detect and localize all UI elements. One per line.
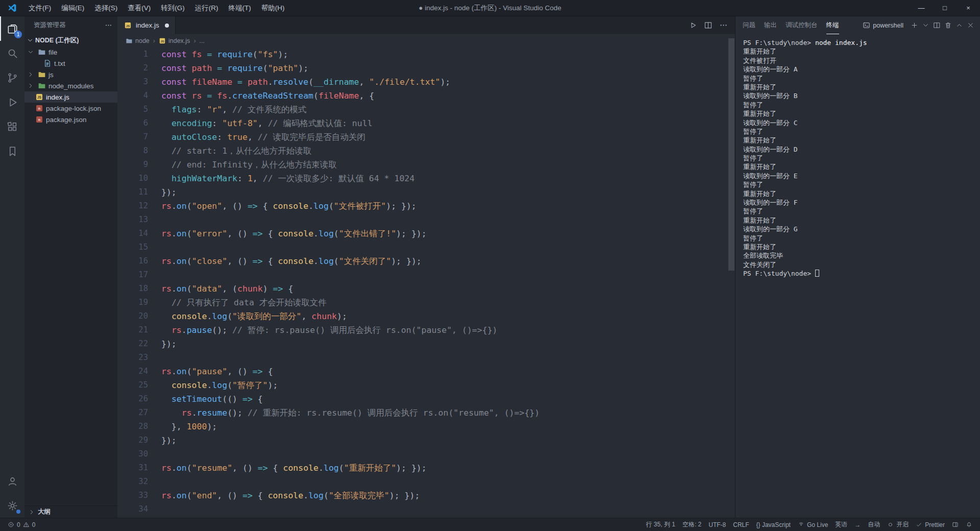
code-line[interactable]: 5 flags: "r", // 文件系统的模式 [117,103,735,116]
activity-source-control-button[interactable] [0,65,24,90]
code-line[interactable]: 26 setTimeout(() => { [117,392,735,406]
split-editor-button[interactable] [701,19,715,32]
activity-run-and-debug-button[interactable] [0,90,24,114]
code-line[interactable]: 19 // 只有执行了 data 才会开始读取文件 [117,296,735,309]
terminal-profile[interactable]: powershell [863,21,903,29]
tab-output[interactable]: 输出 [764,16,777,34]
code-line[interactable]: 22}); [117,337,735,351]
code-line[interactable]: 12rs.on("open", () => { console.log("文件被… [117,199,735,213]
menu-item[interactable]: 查看(V) [122,0,156,16]
activity-manage-button[interactable] [0,493,24,518]
code-line[interactable]: 9 // end: Infinity，从什么地方结束读取 [117,158,735,172]
code-line[interactable]: 1const fs = require("fs"); [117,47,735,61]
breadcrumb-item[interactable]: ... [200,37,205,44]
menu-item[interactable]: 编辑(E) [56,0,89,16]
menu-item[interactable]: 选择(S) [89,0,122,16]
status-editor-layout[interactable] [948,521,962,528]
menu-item[interactable]: 终端(T) [224,0,256,16]
maximize-button[interactable]: □ [933,0,957,16]
more-actions-button[interactable] [717,19,730,32]
status-notifications[interactable] [962,521,976,528]
code-line[interactable]: 10 highWaterMark: 1, // 一次读取多少: 默认值 64 *… [117,172,735,185]
code-line[interactable]: 33rs.on("end", () => { console.log("全部读取… [117,489,735,502]
tree-item-index-js[interactable]: JSindex.js [24,91,117,103]
activity-explorer-button[interactable]: 1 [0,16,24,41]
code-line[interactable]: 8 // start: 1，从什么地方开始读取 [117,144,735,158]
code-line[interactable]: 7 autoClose: true, // 读取完毕后是否自动关闭 [117,130,735,144]
status-translate-source[interactable]: 英语 [831,520,851,529]
run-code-button[interactable] [686,19,699,32]
code-line[interactable]: 4const rs = fs.createReadStream(fileName… [117,89,735,103]
code-line[interactable]: 23 [117,351,735,365]
status-encoding[interactable]: UTF-8 [705,521,729,528]
editor-scrollbar[interactable] [728,34,735,518]
code-line[interactable]: 30 [117,447,735,461]
minimize-button[interactable]: — [910,0,933,16]
tree-item-file[interactable]: file [24,46,117,58]
code-line[interactable]: 14rs.on("error", () => { console.log("文件… [117,227,735,240]
status-translate-target[interactable]: 自动 [864,520,884,529]
code-line[interactable]: 27 rs.resume(); // 重新开始: rs.resume() 调用后… [117,406,735,420]
status-translate-arrow[interactable]: → [851,521,864,528]
tab-index-js[interactable]: JS index.js [117,16,176,34]
activity-accounts-button[interactable] [0,469,24,493]
menu-item[interactable]: 运行(R) [190,0,224,16]
workspace-section-header[interactable]: NODE (工作区) [24,34,117,46]
code-line[interactable]: 21 rs.pause(); // 暂停: rs.pause() 调用后会执行 … [117,323,735,337]
code-line[interactable]: 11}); [117,185,735,199]
code-line[interactable]: 20 console.log("读取到的一部分", chunk); [117,309,735,323]
problems-status[interactable]: 00 [4,518,39,531]
status-prettier[interactable]: Prettier [912,521,948,528]
code-line[interactable]: 13 [117,213,735,227]
menu-item[interactable]: 文件(F) [23,0,56,16]
code-line[interactable]: 15 [117,240,735,254]
tab-problems[interactable]: 问题 [743,16,755,34]
breadcrumb-item[interactable]: JSindex.js [159,37,190,44]
code-line[interactable]: 2const path = require("path"); [117,61,735,75]
maximize-panel-button[interactable] [953,20,965,31]
tab-debug-console[interactable]: 调试控制台 [786,16,818,34]
status-indentation[interactable]: 空格: 2 [679,520,705,529]
code-line[interactable]: 24rs.on("pause", () => { [117,365,735,378]
status-go-live[interactable]: Go Live [794,521,831,528]
tree-item-package-json[interactable]: npackage.json [24,114,117,125]
code-line[interactable]: 16rs.on("close", () => { console.log("文件… [117,254,735,268]
tree-item-js[interactable]: js [24,69,117,80]
status-eol[interactable]: CRLF [729,521,752,528]
editor-scrollbar-thumb[interactable] [728,38,734,271]
activity-bookmarks-button[interactable] [0,139,24,163]
code-line[interactable]: 34 [117,502,735,516]
kill-terminal-button[interactable] [942,20,953,31]
code-editor[interactable]: 1const fs = require("fs");2const path = … [117,47,735,518]
code-line[interactable]: 6 encoding: "utf-8", // 编码格式默认值: null [117,116,735,130]
activity-extensions-button[interactable] [0,114,24,139]
split-terminal-button[interactable] [931,20,942,31]
code-line[interactable]: 35 [117,516,735,518]
status-toggle-on[interactable]: 开启 [884,520,912,529]
outline-section-header[interactable]: 大纲 [24,505,117,518]
status-language-mode[interactable]: {} JavaScript [753,521,794,528]
code-line[interactable]: 28 }, 1000); [117,420,735,433]
terminal-output[interactable]: PS F:\study\node> node index.js重新开始了文件被打… [736,34,980,518]
tab-terminal[interactable]: 终端 [826,16,839,34]
status-cursor-position[interactable]: 行 35, 列 1 [643,520,679,529]
tree-item-t-txt[interactable]: t.txt [24,58,117,69]
activity-search-button[interactable] [0,41,24,65]
terminal-profiles-dropdown[interactable] [920,20,931,31]
close-panel-button[interactable] [965,20,976,31]
close-window-button[interactable]: × [957,0,980,16]
new-terminal-button[interactable] [909,20,920,31]
code-line[interactable]: 3const fileName = path.resolve(__dirname… [117,75,735,89]
code-line[interactable]: 18rs.on("data", (chunk) => { [117,282,735,296]
code-line[interactable]: 17 [117,268,735,282]
breadcrumb-item[interactable]: node [126,37,150,44]
menu-item[interactable]: 转到(G) [156,0,190,16]
tree-item-package-lock-json[interactable]: npackage-lock.json [24,103,117,114]
menu-item[interactable]: 帮助(H) [256,0,290,16]
code-line[interactable]: 29}); [117,433,735,447]
code-line[interactable]: 32 [117,475,735,489]
tree-item-node-modules[interactable]: node_modules [24,80,117,91]
views-more-actions-button[interactable] [105,21,112,29]
code-line[interactable]: 31rs.on("resume", () => { console.log("重… [117,461,735,475]
code-line[interactable]: 25 console.log("暂停了"); [117,378,735,392]
